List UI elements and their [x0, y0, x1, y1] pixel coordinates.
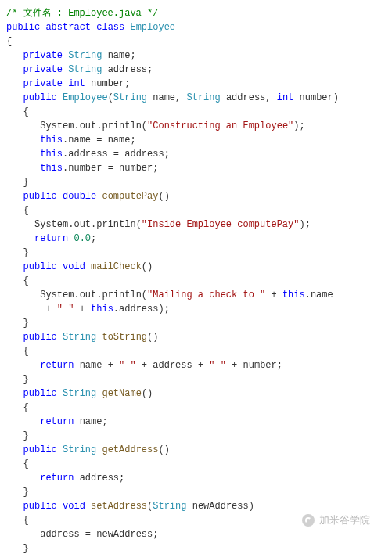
method-getAddress: getAddress	[102, 444, 158, 455]
file-comment: /* 文件名 : Employee.java */	[6, 8, 158, 19]
method-setAddress: setAddress	[91, 501, 147, 512]
class-name: Employee	[130, 22, 175, 33]
method-getName: getName	[102, 388, 141, 399]
method-mailCheck: mailCheck	[91, 261, 142, 272]
code-block: /* 文件名 : Employee.java */ public abstrac…	[6, 6, 386, 554]
method-computePay: computePay	[102, 191, 158, 202]
method-toString: toString	[102, 332, 147, 343]
constructor: Employee	[63, 92, 108, 103]
